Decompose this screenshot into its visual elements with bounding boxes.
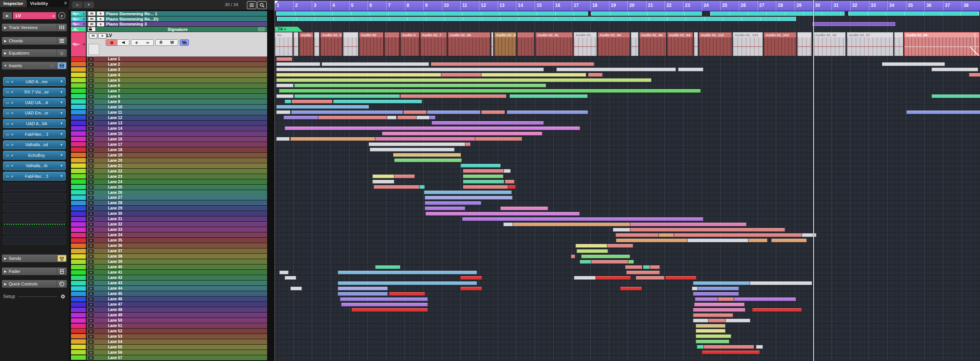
insert-bypass-icon[interactable]: ▭ — [6, 153, 9, 157]
lane-row[interactable]: sLane 33 — [69, 227, 274, 232]
lane-clip[interactable] — [276, 105, 369, 109]
lane-clip[interactable] — [426, 212, 580, 216]
lane-clip[interactable] — [734, 297, 796, 301]
lane-clip[interactable] — [693, 308, 745, 312]
lane-clip[interactable] — [276, 94, 293, 98]
lane-clip[interactable] — [704, 345, 754, 349]
lane-row[interactable]: sLane 47 — [69, 302, 274, 307]
lane-row[interactable]: sLane 13 — [69, 121, 274, 126]
lane-clip[interactable] — [291, 110, 403, 114]
lane-solo-button[interactable]: s — [87, 265, 94, 269]
lane-row[interactable]: sLane 29 — [69, 206, 274, 211]
audio-event[interactable] — [812, 22, 895, 26]
lane-clip[interactable] — [463, 169, 504, 173]
lane-clip[interactable] — [591, 260, 628, 264]
lane-clip[interactable] — [571, 255, 575, 258]
lane-clip[interactable] — [276, 62, 320, 66]
lane-name-bar[interactable]: sLane 1 — [87, 56, 267, 61]
lane-clip[interactable] — [382, 132, 542, 135]
lane-clip[interactable] — [419, 185, 425, 189]
audio-clip[interactable] — [314, 32, 319, 56]
lane-name-bar[interactable]: sLane 48 — [87, 307, 267, 312]
audio-event[interactable] — [277, 17, 796, 21]
audio-clip[interactable]: Audio 02_55 — [494, 32, 516, 56]
audio-clip[interactable]: Audio 02_02 — [813, 32, 846, 56]
lane-solo-button[interactable]: s — [87, 313, 94, 317]
lane-solo-button[interactable]: s — [87, 281, 94, 285]
lane-solo-button[interactable]: s — [87, 211, 94, 216]
insert-slot[interactable]: ▭eValhalla...od▼ — [3, 140, 66, 149]
lane-clip[interactable] — [276, 68, 544, 71]
insert-slot-empty[interactable] — [3, 183, 66, 191]
insert-bypass-icon[interactable]: ▭ — [6, 122, 9, 126]
lane-row[interactable]: sLane 37 — [69, 248, 274, 253]
lane-clip[interactable] — [333, 100, 422, 103]
lane-solo-button[interactable]: s — [87, 137, 94, 142]
audio-clip[interactable]: Audio 02_59 — [904, 32, 980, 56]
lane-clip[interactable] — [718, 297, 734, 301]
lane-solo-button[interactable]: s — [87, 174, 94, 179]
lane-clip[interactable] — [588, 73, 603, 77]
lane-clip[interactable] — [580, 260, 591, 264]
lane-solo-button[interactable]: s — [87, 121, 94, 126]
lane-row[interactable]: sLane 17 — [69, 142, 274, 147]
timeline-ruler[interactable]: 1234567891011121314151617181920212223242… — [275, 1, 980, 11]
lane-clip[interactable] — [702, 350, 760, 354]
lane-solo-button[interactable]: s — [87, 68, 94, 72]
chevron-down-icon[interactable]: ▼ — [60, 174, 63, 178]
track-row[interactable]: Signature▼ — [69, 27, 274, 32]
lane-clip[interactable] — [394, 174, 415, 178]
lane-clip[interactable] — [338, 271, 477, 274]
audio-clip[interactable] — [491, 32, 493, 56]
track-row[interactable]: 1msPiano Stemmning Re... 1 — [69, 11, 274, 16]
lane-clip[interactable] — [504, 169, 511, 173]
lane-solo-button[interactable]: s — [87, 153, 94, 158]
track-presets-dropdown[interactable]: ▼ — [84, 2, 94, 8]
expand-track-icon[interactable]: ▶ — [3, 12, 12, 19]
lane-row[interactable]: sLane 40 — [69, 264, 274, 269]
lane-clip[interactable] — [462, 217, 703, 221]
lane-row[interactable]: sLane 52 — [69, 329, 274, 334]
lane-row[interactable]: sLane 6 — [69, 83, 274, 88]
lane-solo-button[interactable]: s — [87, 78, 94, 83]
lane-name-bar[interactable]: sLane 21 — [87, 163, 267, 168]
lane-row[interactable]: sLane 18 — [69, 147, 274, 152]
lane-solo-button[interactable]: s — [87, 308, 94, 312]
audio-clip[interactable]: Audio 02_103 — [733, 32, 763, 56]
lane-name-bar[interactable]: sLane 16 — [87, 137, 267, 142]
lane-name-bar[interactable]: sLane 49 — [87, 313, 267, 317]
lane-clip[interactable] — [556, 68, 676, 71]
lane-clip[interactable] — [697, 345, 704, 349]
insert-bypass-icon[interactable]: ▭ — [6, 101, 9, 105]
lane-solo-button[interactable]: s — [87, 340, 94, 344]
lane-solo-button[interactable]: s — [87, 142, 94, 147]
tab-visibility[interactable]: Visibility — [27, 0, 52, 7]
lane-clip[interactable] — [752, 308, 802, 312]
lane-clip[interactable] — [507, 110, 588, 114]
lane-name-bar[interactable]: sLane 12 — [87, 115, 267, 120]
write-automation-button[interactable]: W — [170, 40, 174, 45]
lane-clip[interactable] — [276, 137, 290, 141]
lane-solo-button[interactable]: s — [87, 105, 94, 110]
lane-row[interactable]: sLane 34 — [69, 232, 274, 237]
lane-row[interactable]: sLane 54 — [69, 339, 274, 344]
edit-channel-button[interactable]: e — [135, 40, 138, 45]
lane-clip[interactable] — [932, 94, 980, 98]
lane-clip[interactable] — [574, 276, 596, 280]
insert-bypass-icon[interactable]: ▭ — [6, 80, 9, 84]
lane-clip[interactable] — [463, 174, 503, 178]
lane-clip[interactable] — [279, 271, 289, 274]
lane-name-bar[interactable]: sLane 20 — [87, 158, 267, 163]
lane-name-bar[interactable]: sLane 27 — [87, 195, 267, 200]
lane-clip[interactable] — [375, 265, 400, 269]
inspector-menu-icon[interactable]: ≡ — [62, 0, 69, 7]
lane-solo-button[interactable]: s — [87, 227, 94, 232]
section-inserts[interactable]: ▼ Inserts ◇ — [2, 62, 67, 69]
lane-row[interactable]: sLane 3 — [69, 67, 274, 72]
lane-clip[interactable] — [290, 287, 302, 290]
lane-name-bar[interactable]: sLane 51 — [87, 323, 267, 328]
lane-name-bar[interactable]: sLane 4 — [87, 73, 267, 77]
lane-clip[interactable] — [394, 158, 462, 162]
lane-solo-button[interactable]: s — [87, 84, 94, 88]
lane-clip[interactable] — [425, 206, 465, 210]
